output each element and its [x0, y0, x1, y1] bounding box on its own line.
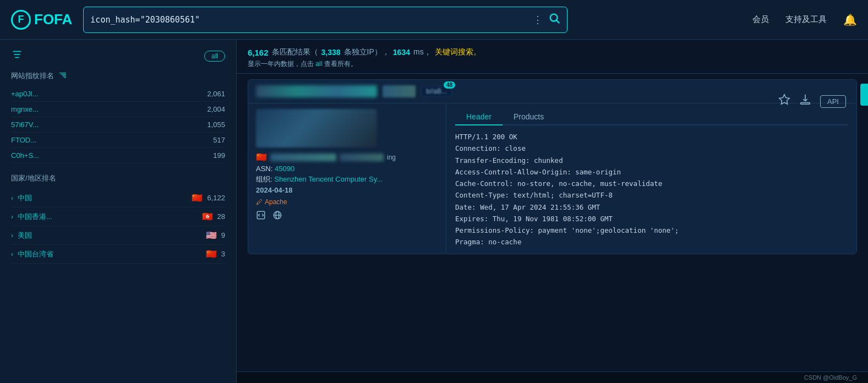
country-list: › 中国 🇨🇳 6,122 › 中国香港... 🇭🇰 28 › 美国 🇺🇸 9 …	[11, 189, 225, 264]
content-area: 6,162 条匹配结果（ 3,338 条独立IP）， 1634 ms， 关键词搜…	[237, 40, 868, 383]
response-time: 1634	[393, 48, 410, 57]
header-line: Permissions-Policy: payment 'none';geolo…	[455, 225, 848, 236]
card-top-bar: b//aB... 48	[248, 80, 856, 103]
svg-line-1	[556, 20, 559, 23]
code-icon[interactable]	[256, 210, 266, 223]
bottom-bar: CSDN @OidBoy_G	[237, 371, 868, 383]
nav-member[interactable]: 会员	[752, 14, 769, 25]
time-text: ms，	[413, 47, 432, 57]
match-text: 条匹配结果（	[272, 47, 318, 57]
fingerprint-rank-list: +ap0Jl... 2,061 mgnxe... 2,004 57i67V...…	[11, 86, 225, 163]
main-layout: all 网站指纹排名 +ap0Jl... 2,061 mgnxe... 2,00…	[0, 40, 868, 383]
results-list: b//aB... 48 🇨🇳 ing	[237, 74, 868, 371]
green-side-tab[interactable]	[860, 84, 868, 106]
all-link[interactable]: all	[315, 60, 322, 68]
content-header: 6,162 条匹配结果（ 3,338 条独立IP）， 1634 ms， 关键词搜…	[237, 40, 868, 74]
header-line: Access-Control-Allow-Origin: same-origin	[455, 166, 848, 178]
list-item[interactable]: +ap0Jl... 2,061	[11, 86, 225, 102]
sidebar: all 网站指纹排名 +ap0Jl... 2,061 mgnxe... 2,00…	[0, 40, 237, 383]
sidebar-header: all	[11, 48, 225, 63]
fingerprint-section-title: 网站指纹排名	[11, 71, 225, 81]
search-bar[interactable]: ⋮	[83, 7, 567, 33]
card-left-panel: 🇨🇳 ing ASN: 45090 组织: Shenzhen Tencent C…	[248, 103, 446, 254]
header-line: Transfer-Encoding: chunked	[455, 155, 848, 166]
svg-point-0	[550, 14, 558, 21]
flag-icon: 🇨🇳	[256, 152, 267, 162]
result-card: b//aB... 48 🇨🇳 ing	[248, 79, 857, 254]
filter-icon[interactable]	[11, 48, 23, 63]
chevron-right-icon: ›	[11, 194, 13, 202]
suffix-text: ing	[387, 154, 396, 161]
list-item[interactable]: › 中国香港... 🇭🇰 28	[11, 207, 225, 226]
org-field: 组织: Shenzhen Tencent Computer Sy...	[256, 174, 438, 184]
header-line: Date: Wed, 17 Apr 2024 21:55:36 GMT	[455, 201, 848, 213]
card-right-panel: Header Products HTTP/1.1 200 OK Connecti…	[446, 103, 856, 254]
header-line: Connection: close	[455, 143, 848, 154]
date-field: 2024-04-18	[256, 186, 438, 194]
tab-header[interactable]: Header	[455, 109, 503, 125]
chevron-right-icon: ›	[11, 213, 13, 221]
search-input[interactable]	[90, 15, 533, 25]
card-body: 🇨🇳 ing ASN: 45090 组织: Shenzhen Tencent C…	[248, 103, 856, 254]
header-line: HTTP/1.1 200 OK	[455, 131, 848, 143]
secondary-blurred	[383, 85, 416, 97]
server-tag[interactable]: 🖊 Apache	[256, 198, 287, 206]
header-line: Content-Type: text/html; charset=UTF-8	[455, 189, 848, 201]
asn-field: ASN: 45090	[256, 165, 438, 173]
results-summary: 6,162 条匹配结果（ 3,338 条独立IP）， 1634 ms， 关键词搜…	[248, 47, 857, 57]
header: F FOFA ⋮ 会员 支持及工具 🔔	[0, 0, 868, 40]
tag-count-badge: 48	[444, 81, 455, 89]
keyword-search-link[interactable]: 关键词搜索。	[435, 47, 481, 57]
list-item[interactable]: › 美国 🇺🇸 9	[11, 226, 225, 245]
ip-count: 3,338	[321, 48, 341, 57]
download-icon[interactable]	[799, 94, 811, 109]
list-item[interactable]: mgnxe... 2,004	[11, 102, 225, 117]
bell-icon[interactable]: 🔔	[843, 13, 857, 26]
data-note: 显示一年内数据，点击 all 查看所有。	[248, 59, 857, 69]
blurred-info	[340, 154, 384, 161]
header-nav: 会员 支持及工具 🔔	[752, 13, 857, 26]
logo-icon: F	[11, 10, 31, 30]
list-item[interactable]: 57i67V... 1,055	[11, 117, 225, 133]
country-section-title: 国家/地区排名	[11, 173, 225, 183]
header-line: Pragma: no-cache	[455, 236, 848, 248]
blurred-hostname	[270, 154, 336, 161]
server-label: Apache	[265, 198, 287, 206]
credit-text: CSDN @OidBoy_G	[804, 374, 857, 381]
all-badge[interactable]: all	[204, 51, 225, 62]
card-screenshot	[256, 109, 377, 147]
ip-text: 条独立IP），	[344, 47, 390, 57]
globe-icon[interactable]	[272, 210, 282, 223]
org-link[interactable]: Shenzhen Tencent Computer Sy...	[274, 175, 383, 183]
asn-link[interactable]: 45090	[275, 165, 294, 173]
svg-marker-5	[779, 95, 789, 104]
tab-products[interactable]: Products	[503, 109, 555, 125]
chevron-right-icon: ›	[11, 250, 13, 258]
list-item[interactable]: FTOD... 517	[11, 133, 225, 148]
svg-rect-6	[801, 103, 810, 105]
list-item[interactable]: › 中国台湾省 🇨🇳 3	[11, 245, 225, 264]
list-item[interactable]: › 中国 🇨🇳 6,122	[11, 189, 225, 207]
star-icon[interactable]	[778, 94, 790, 109]
content-toolbar: API	[767, 89, 857, 113]
logo: F FOFA	[11, 10, 72, 30]
nav-tools[interactable]: 支持及工具	[785, 14, 827, 25]
url-blurred	[256, 85, 377, 97]
api-button[interactable]: API	[820, 95, 846, 108]
card-country-row: 🇨🇳 ing	[256, 152, 438, 162]
search-submit-button[interactable]	[548, 12, 560, 28]
list-item[interactable]: C0h+S... 199	[11, 148, 225, 163]
total-count: 6,162	[248, 48, 269, 57]
header-line: Expires: Thu, 19 Nov 1981 08:52:00 GMT	[455, 213, 848, 225]
chevron-right-icon: ›	[11, 232, 13, 239]
header-line: Cache-Control: no-store, no-cache, must-…	[455, 178, 848, 189]
card-icons-row	[256, 210, 438, 223]
search-options-button[interactable]: ⋮	[533, 14, 543, 26]
header-content: HTTP/1.1 200 OK Connection: close Transf…	[455, 131, 848, 248]
logo-text: FOFA	[34, 11, 72, 28]
